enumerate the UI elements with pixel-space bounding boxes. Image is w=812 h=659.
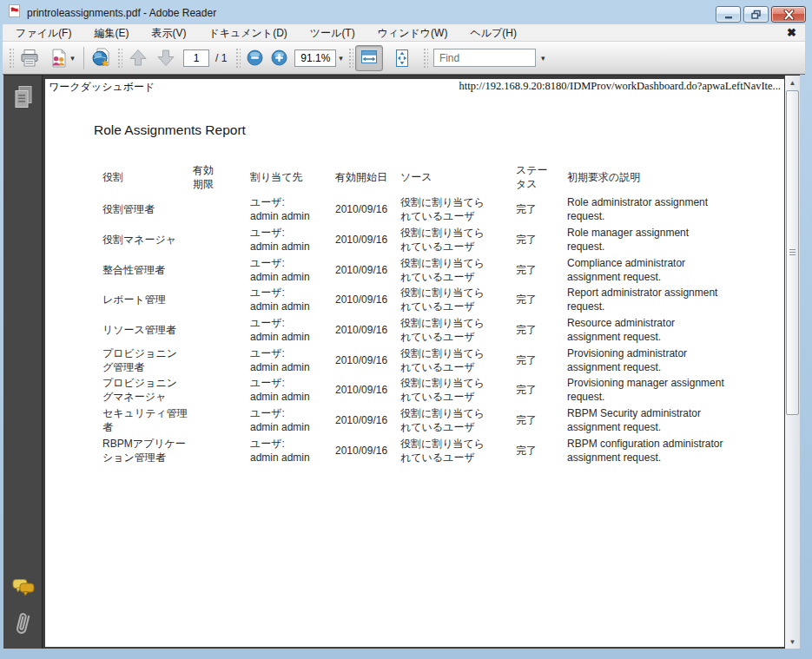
plus-circle-icon [270,49,288,67]
toolbar-grip-handle[interactable] [117,48,122,69]
fit-width-button[interactable] [355,45,383,71]
pages-icon [11,84,36,112]
arrow-up-icon [127,47,149,69]
toolbar: ▾ / 1 [3,42,805,75]
previous-page-button[interactable] [124,45,152,71]
header-expiry: 有効期限 [193,160,250,194]
minus-circle-icon [246,49,264,67]
collaborate-icon [49,48,69,69]
navigation-sidebar [3,76,43,649]
pdf-file-icon [8,4,21,21]
close-button[interactable] [771,6,806,23]
menu-help[interactable]: ヘルプ(H) [459,24,528,42]
menu-edit[interactable]: 編集(E) [83,24,140,42]
header-start-date: 有効開始日 [335,160,400,194]
pages-panel-button[interactable] [3,84,43,112]
menu-document[interactable]: ドキュメント(D) [197,24,298,42]
role-assignments-table: 役割 有効期限 割り当て先 有効開始日 ソース ステータス 初期要求の説明 役割… [102,160,754,465]
scroll-down-arrow[interactable]: ▼ [785,635,800,649]
main-area: ワークダッシュボード http://192.168.9.20:8180/IDMP… [3,75,800,649]
scrollbar-thumb[interactable] [786,90,799,415]
report-title: Role Assignments Report [94,122,246,138]
title-bar: printroleassignments.pdf - Adobe Reader [0,0,812,24]
table-row: セキュリティ管理者 ユーザ:admin admin 2010/09/16 役割に… [102,405,754,436]
menu-window[interactable]: ウィンドウ(W) [366,24,459,42]
toolbar-grip-handle[interactable] [235,48,241,69]
adobe-reader-window: printroleassignments.pdf - Adobe Reader [0,0,812,659]
globe-share-icon [90,47,113,69]
page-number-input[interactable] [183,49,209,67]
table-row: 役割管理者 ユーザ:admin admin 2010/09/16 役割に割り当て… [102,194,754,225]
page-header-url: http://192.168.9.20:8180/IDMProv/workDas… [459,80,781,93]
header-status: ステータス [516,160,567,194]
find-input[interactable] [433,49,536,67]
collaborate-button[interactable]: ▾ [43,45,80,71]
comments-icon [10,577,36,600]
vertical-scrollbar[interactable]: ▲ ▼ [785,76,800,649]
table-row: プロビジョニング管理者 ユーザ:admin admin 2010/09/16 役… [102,345,754,375]
next-page-button[interactable] [152,45,180,71]
zoom-out-button[interactable] [242,45,267,71]
print-button[interactable] [16,45,43,71]
menu-tools[interactable]: ツール(T) [299,24,366,42]
zoom-level-value: 91.1% [300,52,330,64]
table-row: 役割マネージャ ユーザ:admin admin 2010/09/16 役割に割り… [102,225,754,255]
table-row: 整合性管理者 ユーザ:admin admin 2010/09/16 役割に割り当… [102,254,754,285]
attachments-panel-button[interactable] [3,609,43,640]
scroll-up-arrow[interactable]: ▲ [785,76,800,89]
document-view: ワークダッシュボード http://192.168.9.20:8180/IDMP… [43,76,785,649]
fit-width-icon [359,48,380,69]
table-row: プロビジョニングマネージャ ユーザ:admin admin 2010/09/16… [102,375,754,405]
paperclip-icon [12,609,35,640]
collaborate-dropdown-arrow[interactable]: ▾ [70,54,75,63]
fit-page-button[interactable] [388,45,416,71]
header-description: 初期要求の説明 [567,160,754,194]
menu-file[interactable]: ファイル(F) [4,24,83,42]
restore-button[interactable] [743,6,769,23]
menu-view[interactable]: 表示(V) [140,24,197,42]
table-row: RBPMアプリケーション管理者 ユーザ:admin admin 2010/09/… [102,436,754,466]
printer-icon [19,48,40,69]
header-role: 役割 [102,160,193,194]
table-header-row: 役割 有効期限 割り当て先 有効開始日 ソース ステータス 初期要求の説明 [102,160,754,194]
toolbar-grip-handle[interactable] [423,48,428,69]
window-title: printroleassignments.pdf - Adobe Reader [27,7,216,19]
fit-page-icon [392,48,413,69]
page-count-label: / 1 [215,52,227,64]
table-row: レポート管理 ユーザ:admin admin 2010/09/16 役割に割り当… [102,285,754,315]
menu-bar: ファイル(F) 編集(E) 表示(V) ドキュメント(D) ツール(T) ウィン… [3,24,805,42]
zoom-in-button[interactable] [267,45,291,71]
zoom-level-field[interactable]: 91.1% [294,49,336,67]
toolbar-grip-handle[interactable] [9,48,14,69]
minimize-button[interactable] [716,6,741,23]
close-document-icon[interactable]: ✖ [787,24,796,42]
zoom-dropdown-arrow[interactable]: ▾ [339,54,343,63]
arrow-down-icon [155,47,177,69]
table-row: リソース管理者 ユーザ:admin admin 2010/09/16 役割に割り… [102,315,754,346]
page-header-left: ワークダッシュボード [49,80,155,95]
pdf-page: ワークダッシュボード http://192.168.9.20:8180/IDMP… [45,79,784,647]
header-assignee: 割り当て先 [250,160,335,194]
comments-panel-button[interactable] [3,577,43,600]
toolbar-grip-handle[interactable] [348,48,353,69]
share-button[interactable] [88,45,116,71]
header-source: ソース [400,160,516,194]
find-dropdown-arrow[interactable]: ▾ [541,54,545,63]
